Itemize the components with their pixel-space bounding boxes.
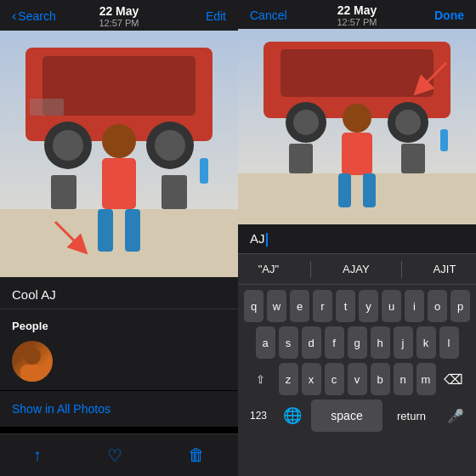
key-q[interactable]: q xyxy=(244,290,264,322)
search-label: Search xyxy=(18,9,55,23)
header-center: 22 May 12:57 PM xyxy=(99,4,139,28)
key-c[interactable]: c xyxy=(325,363,344,395)
suggestions-bar: "AJ" AJAY AJIT xyxy=(238,254,476,285)
key-u[interactable]: u xyxy=(382,290,401,322)
left-header: ‹ Search 22 May 12:57 PM Edit xyxy=(0,0,238,31)
avatar-image xyxy=(12,341,53,382)
key-e[interactable]: e xyxy=(290,290,309,322)
key-i[interactable]: i xyxy=(405,290,424,322)
svg-point-7 xyxy=(155,130,185,161)
svg-rect-32 xyxy=(401,144,425,173)
svg-rect-13 xyxy=(162,175,187,209)
key-f[interactable]: f xyxy=(325,326,344,359)
keyboard-row-3: ⇧ z x c v b n m ⌫ xyxy=(241,363,473,395)
key-p[interactable]: p xyxy=(450,290,470,322)
left-panel: ‹ Search 22 May 12:57 PM Edit xyxy=(0,0,238,476)
key-j[interactable]: j xyxy=(394,326,413,359)
right-header-date: 22 May xyxy=(337,3,377,17)
keyboard-row-2: a s d f g h j k l xyxy=(241,326,473,359)
key-return[interactable]: return xyxy=(386,400,437,432)
right-panel: Cancel 22 May 12:57 PM Done xyxy=(238,0,476,476)
text-cursor xyxy=(266,233,268,246)
key-s[interactable]: s xyxy=(279,326,298,359)
svg-rect-33 xyxy=(440,129,448,151)
key-delete[interactable]: ⌫ xyxy=(439,363,468,395)
svg-rect-11 xyxy=(125,209,140,252)
svg-rect-12 xyxy=(51,175,76,209)
people-label: People xyxy=(12,320,226,332)
key-m[interactable]: m xyxy=(416,363,436,395)
svg-point-17 xyxy=(24,348,41,365)
key-shift[interactable]: ⇧ xyxy=(246,363,275,395)
keyboard-row-1: q w e r t y u i o p xyxy=(241,290,473,322)
caption-text: Cool AJ xyxy=(12,287,226,302)
key-l[interactable]: l xyxy=(439,326,459,359)
key-g[interactable]: g xyxy=(348,326,367,359)
key-a[interactable]: a xyxy=(256,326,275,359)
svg-rect-15 xyxy=(30,99,64,116)
svg-rect-9 xyxy=(102,158,136,209)
done-button[interactable]: Done xyxy=(434,8,464,22)
svg-rect-31 xyxy=(289,144,313,173)
suggestion-divider-1 xyxy=(310,261,311,278)
svg-rect-20 xyxy=(238,173,476,224)
svg-point-5 xyxy=(53,130,83,161)
trash-icon[interactable]: 🗑 xyxy=(188,445,205,465)
people-avatar[interactable] xyxy=(12,341,53,382)
key-t[interactable]: t xyxy=(336,290,355,322)
right-red-arrow xyxy=(408,54,455,101)
key-x[interactable]: x xyxy=(302,363,321,395)
keyboard: q w e r t y u i o p a s d f g h j k l ⇧ … xyxy=(238,285,476,476)
back-button[interactable]: ‹ Search xyxy=(12,8,56,24)
key-v[interactable]: v xyxy=(348,363,367,395)
key-w[interactable]: w xyxy=(267,290,286,322)
key-123[interactable]: 123 xyxy=(243,400,274,432)
edit-button[interactable]: Edit xyxy=(206,9,226,23)
bottom-toolbar: ↑ ♡ 🗑 xyxy=(0,434,238,476)
suggestion-divider-2 xyxy=(401,261,402,278)
chevron-left-icon: ‹ xyxy=(12,8,16,24)
show-in-link[interactable]: Show in All Photos xyxy=(12,402,110,416)
header-date: 22 May xyxy=(99,4,139,18)
svg-point-24 xyxy=(293,110,319,135)
key-emoji[interactable]: 🌐 xyxy=(277,400,308,432)
suggestion-aj[interactable]: "AJ" xyxy=(250,259,287,279)
svg-rect-3 xyxy=(42,56,196,116)
heart-icon[interactable]: ♡ xyxy=(107,445,122,466)
svg-rect-10 xyxy=(98,209,113,252)
share-icon[interactable]: ↑ xyxy=(33,445,42,465)
right-header-center: 22 May 12:57 PM xyxy=(337,3,377,27)
key-h[interactable]: h xyxy=(371,326,390,359)
people-section: People xyxy=(0,309,238,390)
show-in-section: Show in All Photos xyxy=(0,391,238,427)
svg-point-26 xyxy=(395,110,421,135)
key-d[interactable]: d xyxy=(302,326,321,359)
key-o[interactable]: o xyxy=(428,290,447,322)
key-n[interactable]: n xyxy=(394,363,413,395)
key-b[interactable]: b xyxy=(371,363,390,395)
svg-point-27 xyxy=(343,104,371,133)
caption-area: Cool AJ xyxy=(0,277,238,309)
keyboard-row-bottom: 123 🌐 space return 🎤 xyxy=(241,400,473,432)
svg-rect-28 xyxy=(342,133,372,175)
svg-rect-30 xyxy=(363,173,376,207)
svg-rect-14 xyxy=(200,158,208,184)
key-mic[interactable]: 🎤 xyxy=(440,400,471,432)
photo-area xyxy=(0,31,238,277)
key-r[interactable]: r xyxy=(313,290,332,322)
key-z[interactable]: z xyxy=(279,363,298,395)
key-y[interactable]: y xyxy=(359,290,378,322)
right-header-time: 12:57 PM xyxy=(337,17,377,27)
suggestion-ajit[interactable]: AJIT xyxy=(425,259,465,279)
right-photo xyxy=(238,29,476,224)
svg-line-34 xyxy=(421,63,446,88)
caption-input-area: AJ xyxy=(238,224,476,254)
svg-rect-29 xyxy=(338,173,351,207)
svg-point-8 xyxy=(102,124,136,158)
suggestion-ajay[interactable]: AJAY xyxy=(334,259,378,279)
right-header: Cancel 22 May 12:57 PM Done xyxy=(238,0,476,29)
cancel-button[interactable]: Cancel xyxy=(250,8,287,22)
header-time: 12:57 PM xyxy=(99,18,139,28)
key-k[interactable]: k xyxy=(416,326,436,359)
key-space[interactable]: space xyxy=(311,400,382,432)
